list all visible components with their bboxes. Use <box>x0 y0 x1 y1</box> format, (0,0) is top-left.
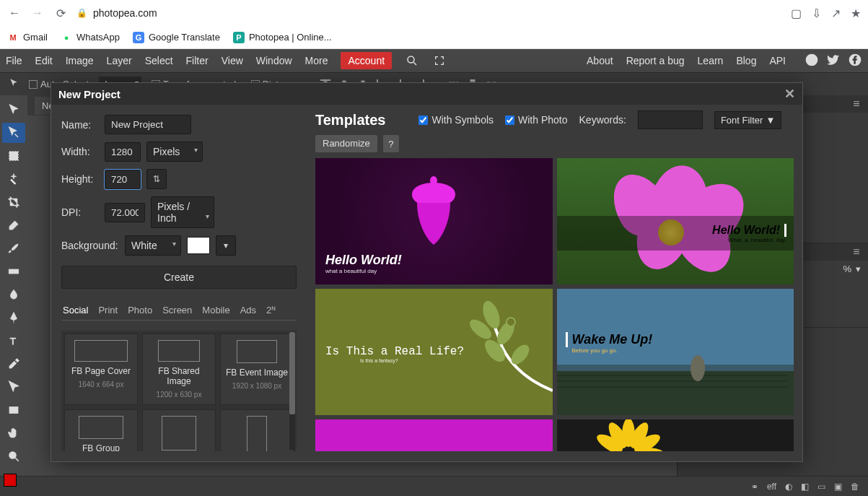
menu-blog[interactable]: Blog <box>736 55 756 66</box>
tab-social[interactable]: Social <box>63 305 88 316</box>
folder-icon[interactable]: ▭ <box>817 482 825 492</box>
width-units-dropdown[interactable]: Pixels <box>146 142 203 162</box>
marquee-tool[interactable] <box>2 146 25 166</box>
help-button[interactable]: ? <box>383 135 399 152</box>
bookmark-gmail[interactable]: M Gmail <box>7 32 48 43</box>
trash-icon[interactable]: 🗑 <box>851 482 859 492</box>
brush-tool[interactable] <box>2 238 25 258</box>
mask-icon[interactable]: ◐ <box>785 482 792 492</box>
eraser-tool[interactable] <box>2 215 25 235</box>
forward-button[interactable]: → <box>30 6 45 20</box>
dialog-titlebar[interactable]: New Project ✕ <box>51 83 802 105</box>
name-input[interactable] <box>105 115 191 134</box>
facebook-icon[interactable] <box>848 53 862 69</box>
tab-2n[interactable]: 2ᴺ <box>266 305 276 316</box>
template-card[interactable] <box>557 419 794 451</box>
preset-item[interactable]: FB Page Cover 1640 x 664 px <box>64 334 138 405</box>
dpi-input[interactable] <box>105 203 145 222</box>
bookmark-translate[interactable]: G Google Translate <box>133 32 220 43</box>
address-bar[interactable]: 🔒 photopea.com <box>76 7 157 19</box>
eyedropper-tool[interactable] <box>2 354 25 374</box>
artboard-tool[interactable] <box>2 123 25 143</box>
preset-item[interactable]: FB Event Image 1920 x 1080 px <box>220 334 294 405</box>
adjustment-icon[interactable]: ◧ <box>801 482 809 492</box>
account-button[interactable]: Account <box>341 52 392 69</box>
menu-about[interactable]: About <box>587 55 613 66</box>
menu-file[interactable]: File <box>6 55 22 66</box>
preset-scrollbar[interactable] <box>289 332 295 450</box>
preset-item[interactable]: Instagram 1080 x 1080 px <box>142 409 216 451</box>
template-card[interactable]: Is This a Real Life? Is this a fantasy? <box>315 289 553 415</box>
magic-wand-tool[interactable] <box>2 169 25 189</box>
template-card[interactable]: Wake Me Up! Before you go go. <box>557 289 794 415</box>
background-options-button[interactable]: ▾ <box>216 235 236 256</box>
back-button[interactable]: ← <box>7 6 22 20</box>
bookmark-photopea[interactable]: P Photopea | Online... <box>233 32 332 43</box>
shape-tool[interactable] <box>2 400 25 420</box>
gradient-tool[interactable] <box>2 261 25 282</box>
tab-mobile[interactable]: Mobile <box>202 305 229 316</box>
effects-button[interactable]: eff <box>767 482 776 492</box>
path-select-tool[interactable] <box>2 377 25 397</box>
background-color-preview[interactable] <box>187 237 210 254</box>
text-tool[interactable]: T <box>2 331 25 351</box>
hand-tool[interactable] <box>2 423 25 443</box>
menu-image[interactable]: Image <box>66 55 94 66</box>
menu-api[interactable]: API <box>769 55 786 66</box>
menu-edit[interactable]: Edit <box>35 55 53 66</box>
dropdown-icon[interactable]: ▾ <box>856 264 861 274</box>
pen-tool[interactable] <box>2 308 25 328</box>
background-dropdown[interactable]: White <box>125 235 181 256</box>
tab-photo[interactable]: Photo <box>128 305 152 316</box>
dpi-units-dropdown[interactable]: Pixels / Inch <box>151 196 214 228</box>
menu-learn[interactable]: Learn <box>698 55 724 66</box>
tab-ads[interactable]: Ads <box>240 305 256 316</box>
foreground-color[interactable] <box>4 474 17 487</box>
menu-more[interactable]: More <box>305 55 328 66</box>
font-filter-button[interactable]: Font Filter ▼ <box>714 111 781 129</box>
height-input[interactable] <box>105 170 141 189</box>
clipboard-icon[interactable]: ▢ <box>791 6 802 20</box>
reload-button[interactable]: ⟳ <box>53 6 68 20</box>
width-input[interactable] <box>105 142 141 162</box>
with-photo-checkbox[interactable]: With Photo <box>505 114 567 126</box>
zoom-tool[interactable] <box>2 446 25 466</box>
auto-select-checkbox[interactable] <box>29 80 38 89</box>
menu-window[interactable]: Window <box>256 55 292 66</box>
panel-menu-icon[interactable]: ≡ <box>851 246 862 258</box>
name-label: Name: <box>61 119 99 131</box>
menu-view[interactable]: View <box>222 55 243 66</box>
install-icon[interactable]: ⇩ <box>812 6 821 20</box>
template-card[interactable] <box>315 419 553 451</box>
tab-screen[interactable]: Screen <box>162 305 192 316</box>
preset-item[interactable]: FB Group Header 1640 x 856 px <box>64 409 138 451</box>
template-card[interactable]: Hello World! what a beautiful day <box>315 158 553 284</box>
bookmark-whatsapp[interactable]: ● WhatsApp <box>61 32 120 43</box>
menu-layer[interactable]: Layer <box>107 55 132 66</box>
new-layer-icon[interactable]: ▣ <box>834 482 842 492</box>
keywords-input[interactable] <box>638 110 703 129</box>
menu-report-bug[interactable]: Report a bug <box>626 55 685 66</box>
crop-tool[interactable] <box>2 192 25 212</box>
template-card[interactable]: Hello World! What. a. beautiful. day. <box>557 158 794 284</box>
panel-menu-icon[interactable]: ≡ <box>851 98 862 110</box>
menu-filter[interactable]: Filter <box>186 55 209 66</box>
search-icon[interactable] <box>405 53 419 68</box>
share-icon[interactable]: ↗ <box>831 6 841 20</box>
bookmark-star-icon[interactable]: ★ <box>851 6 861 20</box>
blur-tool[interactable] <box>2 284 25 305</box>
close-icon[interactable]: ✕ <box>784 86 795 102</box>
swap-dimensions-button[interactable]: ⇅ <box>146 169 167 189</box>
link-icon[interactable]: ⚭ <box>751 482 758 492</box>
preset-item[interactable]: FB Shared Image 1200 x 630 px <box>142 334 216 405</box>
reddit-icon[interactable] <box>805 53 819 69</box>
tab-print[interactable]: Print <box>98 305 118 316</box>
preset-item[interactable]: Insta Story 1080 x 1920 px <box>220 409 294 451</box>
with-symbols-checkbox[interactable]: With Symbols <box>418 114 494 126</box>
fullscreen-icon[interactable] <box>432 53 447 68</box>
twitter-icon[interactable] <box>826 53 841 69</box>
menu-select[interactable]: Select <box>145 55 173 66</box>
randomize-button[interactable]: Randomize <box>315 135 377 152</box>
move-tool[interactable] <box>2 100 25 120</box>
create-button[interactable]: Create <box>61 266 297 289</box>
